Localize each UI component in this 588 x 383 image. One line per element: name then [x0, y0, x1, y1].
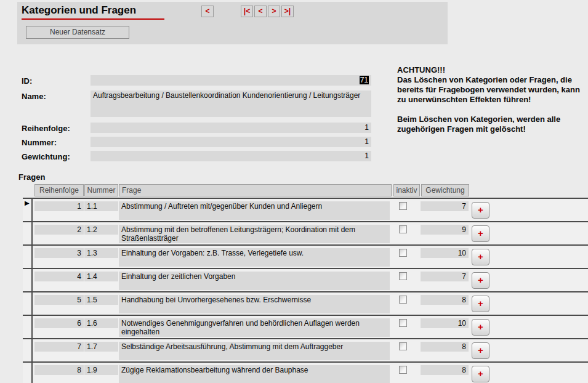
- row-inaktiv-checkbox[interactable]: [399, 366, 407, 374]
- table-row: ▶ 8 1.9 Zügige Reklamationsbearbeitung w…: [23, 361, 588, 383]
- table-row: ▶ 1 1.1 Abstimmung / Auftreten mit/gegen…: [23, 198, 588, 221]
- record-selector[interactable]: ▶: [23, 246, 33, 268]
- row-nummer-field[interactable]: 1.4: [84, 272, 118, 281]
- current-record-marker-icon: ▶: [25, 200, 30, 206]
- reihenfolge-field[interactable]: 1: [91, 123, 371, 133]
- column-header-nummer: Nummer: [84, 184, 118, 196]
- row-reihenfolge-field[interactable]: 3: [34, 248, 84, 258]
- table-row: ▶ 6 1.6 Notwendiges Genehmigungverfahren…: [23, 315, 588, 338]
- table-row: ▶ 3 1.3 Einhaltung der Vorgaben: z.B. Tr…: [23, 244, 588, 268]
- row-inaktiv-checkbox[interactable]: [399, 202, 407, 210]
- table-row: ▶ 2 1.2 Abstimmung mit den betroffenen L…: [23, 221, 588, 244]
- row-reihenfolge-field[interactable]: 5: [34, 295, 84, 305]
- record-selector[interactable]: ▶: [23, 222, 33, 244]
- nav-next-record-button[interactable]: >: [268, 6, 280, 17]
- row-gewichtung-field[interactable]: 7: [421, 272, 469, 281]
- header-band: Kategorien und Fragen < |< < > >| Neuer …: [17, 2, 448, 44]
- new-record-button[interactable]: Neuer Datensatz: [26, 26, 129, 39]
- id-label: ID:: [22, 76, 32, 86]
- row-reihenfolge-field[interactable]: 2: [34, 225, 84, 235]
- row-nummer-field[interactable]: 1.9: [84, 365, 118, 375]
- name-label: Name:: [22, 92, 46, 101]
- row-reihenfolge-field[interactable]: 8: [34, 365, 84, 375]
- row-add-button[interactable]: +: [472, 296, 489, 312]
- row-nummer-field[interactable]: 1.3: [84, 248, 118, 258]
- row-inaktiv-checkbox[interactable]: [399, 342, 407, 350]
- row-gewichtung-field[interactable]: 8: [421, 295, 469, 305]
- column-header-reihenfolge: Reihenfolge: [34, 184, 84, 196]
- row-add-button[interactable]: +: [472, 225, 489, 242]
- row-gewichtung-field[interactable]: 10: [421, 248, 469, 258]
- page-title: Kategorien und Fragen: [22, 4, 164, 20]
- row-gewichtung-field[interactable]: 10: [421, 318, 469, 328]
- row-inaktiv-checkbox[interactable]: [399, 225, 407, 233]
- row-inaktiv-checkbox[interactable]: [399, 319, 407, 327]
- row-reihenfolge-field[interactable]: 7: [34, 342, 84, 352]
- id-value-selected: 71: [360, 76, 369, 84]
- fragen-table-body: ▶ 1 1.1 Abstimmung / Auftreten mit/gegen…: [0, 198, 588, 383]
- row-frage-field[interactable]: Einhaltung der Vorgaben: z.B. Trasse, Ve…: [119, 248, 390, 267]
- row-frage-field[interactable]: Notwendiges Genehmigungverfahren und beh…: [119, 318, 390, 337]
- row-add-button[interactable]: +: [472, 249, 489, 265]
- row-nummer-field[interactable]: 1.6: [84, 318, 118, 328]
- row-nummer-field[interactable]: 1.5: [84, 295, 118, 305]
- row-gewichtung-field[interactable]: 8: [421, 365, 469, 375]
- id-field[interactable]: 71: [91, 75, 371, 86]
- gewichtung-label: Gewichtung:: [22, 152, 70, 161]
- row-nummer-field[interactable]: 1.2: [84, 225, 118, 235]
- row-inaktiv-checkbox[interactable]: [399, 272, 407, 280]
- row-add-button[interactable]: +: [472, 202, 489, 219]
- row-frage-field[interactable]: Selbständige Arbeitsausführung, Abstimmu…: [119, 342, 390, 360]
- row-gewichtung-field[interactable]: 8: [421, 342, 469, 352]
- record-selector[interactable]: ▶: [23, 292, 33, 315]
- table-row: ▶ 5 1.5 Handhabung bei Unvorhergesehenes…: [23, 291, 588, 315]
- warning-text: ACHTUNG!!! Das Löschen von Kategorien od…: [397, 65, 583, 134]
- record-selector[interactable]: ▶: [23, 316, 33, 338]
- fragen-section-title: Fragen: [18, 172, 45, 182]
- row-reihenfolge-field[interactable]: 4: [34, 272, 84, 281]
- row-nummer-field[interactable]: 1.1: [84, 201, 118, 211]
- nav-first-record-button[interactable]: |<: [241, 6, 253, 17]
- row-add-button[interactable]: +: [472, 272, 489, 289]
- row-add-button[interactable]: +: [472, 342, 489, 359]
- row-add-button[interactable]: +: [472, 319, 489, 336]
- reihenfolge-label: Reihenfolge:: [22, 124, 70, 133]
- warning-title: ACHTUNG!!!: [397, 65, 583, 75]
- row-inaktiv-checkbox[interactable]: [399, 249, 407, 257]
- row-frage-field[interactable]: Einhaltung der zeitlichen Vorgaben: [119, 272, 390, 290]
- row-frage-field[interactable]: Handhabung bei Unvorhergesehenes bzw. Er…: [119, 295, 390, 313]
- row-frage-field[interactable]: Abstimmung / Auftreten mit/gegenüber Kun…: [119, 201, 390, 220]
- nummer-field[interactable]: 1: [91, 137, 371, 147]
- row-nummer-field[interactable]: 1.7: [84, 342, 118, 352]
- nummer-label: Nummer:: [22, 138, 57, 147]
- row-add-button[interactable]: +: [472, 366, 489, 382]
- table-row: ▶ 7 1.7 Selbständige Arbeitsausführung, …: [23, 338, 588, 361]
- row-frage-field[interactable]: Zügige Reklamationsbearbeitung während d…: [119, 365, 390, 383]
- record-selector[interactable]: ▶: [23, 199, 33, 221]
- row-gewichtung-field[interactable]: 7: [421, 201, 469, 211]
- nav-previous-record-button[interactable]: <: [254, 6, 267, 17]
- warning-paragraph-2: Beim Löschen von Kategorien, werden alle…: [397, 115, 583, 134]
- column-header-gewichtung: Gewichtung: [421, 184, 469, 196]
- warning-paragraph-1: Das Löschen von Kategorien oder Fragen, …: [397, 75, 583, 105]
- column-header-frage: Frage: [119, 184, 392, 196]
- gewichtung-field[interactable]: 1: [91, 151, 371, 161]
- name-field[interactable]: Auftragsbearbeitung / Baustellenkoordina…: [91, 91, 371, 117]
- table-row: ▶ 4 1.4 Einhaltung der zeitlichen Vorgab…: [23, 268, 588, 291]
- row-frage-field[interactable]: Abstimmung mit den betroffenen Leitungst…: [119, 225, 390, 243]
- record-selector[interactable]: ▶: [23, 339, 33, 361]
- record-selector[interactable]: ▶: [23, 269, 33, 291]
- nav-back-button[interactable]: <: [201, 6, 214, 17]
- record-selector[interactable]: ▶: [23, 363, 33, 383]
- row-gewichtung-field[interactable]: 9: [421, 225, 469, 235]
- row-reihenfolge-field[interactable]: 6: [34, 318, 84, 328]
- nav-last-record-button[interactable]: >|: [281, 6, 294, 17]
- row-inaktiv-checkbox[interactable]: [399, 296, 407, 304]
- column-header-inaktiv: inaktiv: [393, 184, 420, 196]
- row-reihenfolge-field[interactable]: 1: [34, 201, 84, 211]
